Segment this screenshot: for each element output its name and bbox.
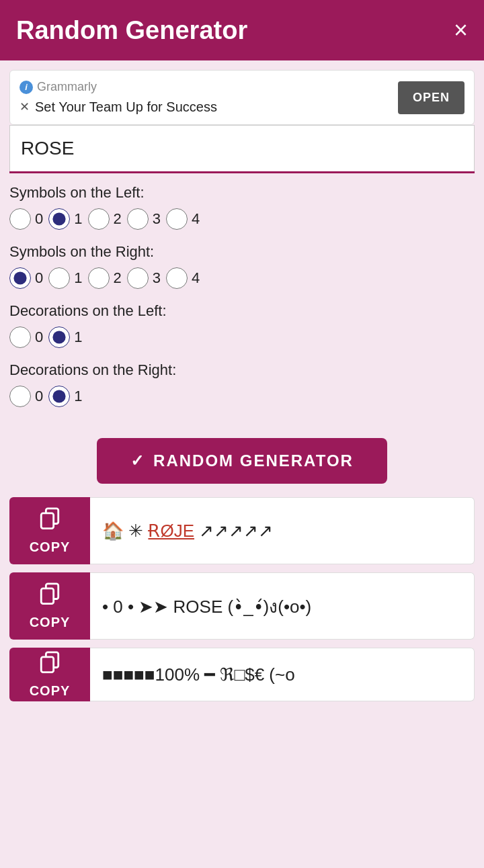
svg-rect-1 xyxy=(41,513,53,529)
symbols-left-radio-1[interactable]: 1 xyxy=(48,208,82,230)
svg-rect-5 xyxy=(41,657,53,672)
symbols-right-radios: 0 1 2 3 4 xyxy=(9,267,475,289)
copy-icon xyxy=(38,582,61,609)
symbols-right-radio-2[interactable]: 2 xyxy=(88,267,122,289)
input-section xyxy=(9,125,475,173)
result-text-1: 🏠 ✳ ɌØJE ↗↗↗↗↗ xyxy=(90,497,475,564)
result-text-3: ■■■■■100% ━ ℜ□$€ (~o xyxy=(90,648,475,701)
close-icon[interactable]: × xyxy=(454,18,468,42)
result-text-2: • 0 • ➤➤ ROSE (•̀_•́)ง(•o•) xyxy=(90,572,475,640)
symbols-left-label: Symbols on the Left: xyxy=(9,184,475,202)
app-title: Random Generator xyxy=(16,16,247,45)
ad-content: i Grammarly ✕ Set Your Team Up for Succe… xyxy=(19,80,217,115)
text-input[interactable] xyxy=(9,125,475,171)
decorations-left-radios: 0 1 xyxy=(9,327,475,348)
copy-icon xyxy=(38,650,61,678)
decorations-left-group: Decorations on the Left: 0 1 xyxy=(9,302,475,348)
result-row: COPY 🏠 ✳ ɌØJE ↗↗↗↗↗ xyxy=(9,497,475,564)
copy-button-3[interactable]: COPY xyxy=(9,648,90,701)
symbols-left-radio-0[interactable]: 0 xyxy=(9,208,43,230)
controls-section: Symbols on the Left: 0 1 2 3 4 xyxy=(0,173,484,431)
symbols-left-radio-4[interactable]: 4 xyxy=(166,208,200,230)
decorations-left-label: Decorations on the Left: xyxy=(9,302,475,320)
ad-banner: i Grammarly ✕ Set Your Team Up for Succe… xyxy=(9,70,475,125)
decorations-left-radio-1[interactable]: 1 xyxy=(48,327,82,348)
app-header: Random Generator × xyxy=(0,0,484,60)
symbols-left-radios: 0 1 2 3 4 xyxy=(9,208,475,230)
symbols-left-group: Symbols on the Left: 0 1 2 3 4 xyxy=(9,184,475,230)
result-row: COPY ■■■■■100% ━ ℜ□$€ (~o xyxy=(9,648,475,701)
symbols-right-radio-0[interactable]: 0 xyxy=(9,267,43,289)
symbols-right-radio-4[interactable]: 4 xyxy=(166,267,200,289)
results-section: COPY 🏠 ✳ ɌØJE ↗↗↗↗↗ COPY • 0 • ➤➤ ROSE (… xyxy=(0,497,484,715)
decorations-right-radios: 0 1 xyxy=(9,386,475,407)
copy-button-2[interactable]: COPY xyxy=(9,572,90,640)
ad-text: Set Your Team Up for Success xyxy=(35,99,217,115)
symbols-right-label: Symbols on the Right: xyxy=(9,243,475,261)
check-icon: ✓ xyxy=(130,451,145,470)
decorations-right-label: Decorations on the Right: xyxy=(9,361,475,379)
generate-button[interactable]: ✓ RANDOM GENERATOR xyxy=(97,438,387,484)
ad-close-icon[interactable]: ✕ xyxy=(19,99,30,114)
info-icon: i xyxy=(19,81,33,94)
decorations-right-radio-1[interactable]: 1 xyxy=(48,386,82,407)
ad-open-button[interactable]: OPEN xyxy=(398,81,465,114)
ad-brand: i Grammarly xyxy=(19,80,217,94)
decorations-left-radio-0[interactable]: 0 xyxy=(9,327,43,348)
copy-icon xyxy=(38,507,61,534)
result-row: COPY • 0 • ➤➤ ROSE (•̀_•́)ง(•o•) xyxy=(9,572,475,640)
decorations-right-radio-0[interactable]: 0 xyxy=(9,386,43,407)
svg-rect-3 xyxy=(41,589,53,604)
symbols-left-radio-3[interactable]: 3 xyxy=(127,208,161,230)
copy-button-1[interactable]: COPY xyxy=(9,497,90,564)
symbols-right-radio-1[interactable]: 1 xyxy=(48,267,82,289)
symbols-left-radio-2[interactable]: 2 xyxy=(88,208,122,230)
decorations-right-group: Decorations on the Right: 0 1 xyxy=(9,361,475,407)
symbols-right-radio-3[interactable]: 3 xyxy=(127,267,161,289)
symbols-right-group: Symbols on the Right: 0 1 2 3 4 xyxy=(9,243,475,289)
